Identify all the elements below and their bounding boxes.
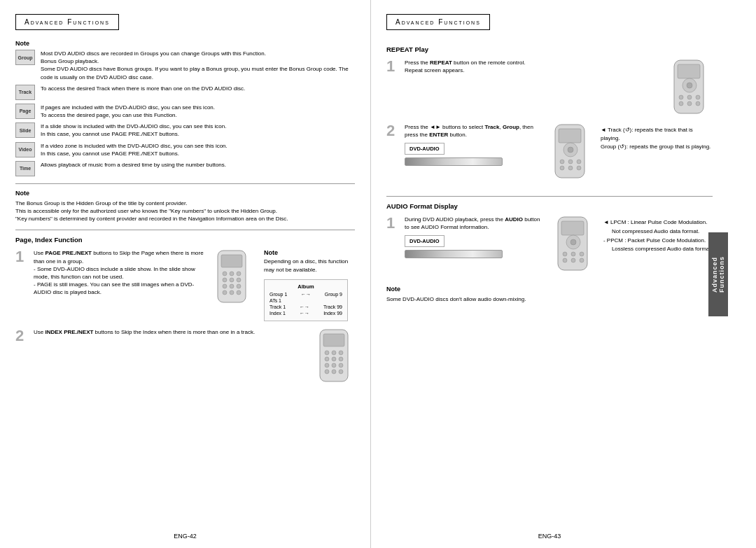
icon-row-page: Page If pages are included with the DVD-…: [15, 104, 355, 119]
svg-point-10: [237, 284, 241, 288]
group-icon-text: Most DVD AUDIO discs are recorded in Gro…: [41, 50, 355, 81]
svg-point-16: [325, 351, 329, 355]
note-label-3: Note: [264, 249, 355, 256]
remote-image-step1: [211, 249, 253, 304]
step1-content: Use PAGE PRE./NEXT buttons to Skip the P…: [34, 249, 205, 296]
audio-note-text: Some DVD-AUDIO discs don't allow audio d…: [386, 295, 713, 303]
svg-point-5: [223, 278, 227, 282]
svg-point-47: [577, 166, 581, 170]
svg-point-27: [339, 370, 343, 374]
repeat-step1: 1 Press the REPEAT button on the remote …: [386, 59, 713, 116]
svg-point-44: [577, 160, 581, 164]
repeat-bullet2: Group (↺): repeats the group that is pla…: [601, 143, 713, 151]
right-page-number: ENG-43: [538, 533, 561, 540]
svg-point-4: [237, 272, 241, 276]
dvd-audio-label: DVD-AUDIO: [405, 143, 444, 155]
repeat-step2-container: 2 Press the ◄► buttons to select Track, …: [386, 123, 713, 188]
svg-point-54: [580, 252, 584, 256]
note-section-1: Note Group Most DVD AUDIO discs are reco…: [15, 40, 355, 176]
side-tab-text: AdvancedFunctions: [711, 256, 725, 293]
svg-point-13: [237, 290, 241, 295]
svg-point-7: [237, 278, 241, 282]
group-icon: Group: [15, 50, 35, 65]
side-tab: AdvancedFunctions: [708, 232, 728, 316]
svg-point-25: [325, 370, 329, 374]
page-index-heading: Page, Index Function: [15, 236, 355, 244]
repeat-bullet1: ◄ Track (↺): repeats the track that is p…: [601, 126, 713, 143]
dvd-bar: [405, 157, 503, 166]
svg-point-31: [687, 83, 692, 88]
svg-point-45: [560, 166, 564, 170]
video-icon-text: If a video zone is included with the DVD…: [41, 142, 227, 157]
audio-format-heading: AUDIO Format Display: [386, 202, 713, 210]
svg-point-11: [223, 290, 227, 295]
track-icon: Track: [15, 85, 35, 100]
repeat-step2-number: 2: [386, 123, 399, 139]
note-label-1: Note: [15, 40, 355, 47]
step2-block: 2 Use INDEX PRE./NEXT buttons to Skip th…: [15, 328, 355, 384]
audio-remote-image: [551, 216, 596, 272]
svg-point-2: [223, 272, 227, 276]
svg-point-24: [339, 363, 343, 367]
icon-row-group: Group Most DVD AUDIO discs are recorded …: [15, 50, 355, 81]
svg-point-52: [563, 252, 567, 256]
repeat-remote-image-1: [667, 59, 713, 115]
svg-point-9: [230, 284, 234, 288]
right-heading-text: Advanced Functions: [396, 18, 481, 26]
audio-note-section: Note Some DVD-AUDIO discs don't allow au…: [386, 286, 713, 303]
svg-point-53: [571, 252, 575, 256]
step1-block: 1 Use PAGE PRE./NEXT buttons to Skip the…: [15, 249, 253, 305]
svg-point-42: [560, 160, 564, 164]
time-icon-text: Allows playback of music from a desired …: [41, 161, 226, 169]
svg-point-43: [568, 160, 573, 164]
svg-point-41: [568, 147, 573, 153]
svg-point-19: [325, 357, 329, 361]
svg-rect-49: [561, 221, 584, 235]
svg-point-3: [230, 272, 234, 276]
divider-right-1: [386, 196, 713, 197]
audio-step1: 1 During DVD AUDIO playback, press the A…: [386, 216, 596, 273]
audio-note-label: Note: [386, 286, 713, 293]
page-icon-text: If pages are included with the DVD-AUDIO…: [41, 104, 215, 119]
audio-bullet-ppcm2: Lossless compressed Audio data format.: [603, 245, 713, 254]
svg-point-46: [568, 166, 573, 170]
note3-text: Depending on a disc, this function may n…: [264, 258, 355, 273]
divider-2: [15, 230, 355, 230]
audio-bullet-lpcm: ◄ LPCM : Linear Pulse Code Modulation.: [603, 218, 713, 227]
left-heading: Advanced Functions: [15, 14, 119, 30]
step2-content: Use INDEX PRE./NEXT buttons to Skip the …: [34, 328, 307, 336]
step1-row: 1 Use PAGE PRE./NEXT buttons to Skip the…: [15, 249, 355, 321]
right-page: Advanced Functions REPEAT Play 1 Press t…: [371, 0, 728, 548]
svg-point-17: [332, 351, 336, 355]
note2-text: The Bonus Group is the Hidden Group of t…: [15, 199, 355, 223]
icon-row-slide: Slide If a slide show is included with t…: [15, 122, 355, 138]
audio-format-container: 1 During DVD AUDIO playback, press the A…: [386, 216, 713, 280]
svg-point-51: [570, 239, 576, 245]
step1-number: 1: [15, 249, 28, 265]
svg-point-22: [325, 363, 329, 367]
left-heading-text: Advanced Functions: [24, 18, 110, 26]
repeat-remote-image-2: [548, 123, 594, 179]
svg-rect-15: [323, 334, 344, 346]
time-icon: Time: [15, 161, 35, 176]
svg-point-57: [580, 258, 584, 262]
right-heading: Advanced Functions: [386, 14, 490, 30]
svg-point-35: [679, 101, 683, 106]
divider-1: [15, 183, 355, 184]
repeat-step1-number: 1: [386, 59, 399, 74]
svg-point-37: [696, 101, 700, 106]
remote-image-step2: [313, 328, 355, 383]
svg-point-12: [230, 290, 234, 295]
svg-point-34: [696, 95, 700, 99]
svg-point-6: [230, 278, 234, 282]
svg-point-55: [563, 258, 567, 262]
svg-point-21: [339, 357, 343, 361]
audio-step1-number: 1: [386, 216, 399, 231]
svg-point-8: [223, 284, 227, 288]
video-icon: Video: [15, 142, 35, 157]
album-diagram: Album Group 1←→Group 9 ATs 1 Track 1←→Tr…: [264, 279, 348, 321]
svg-point-20: [332, 357, 336, 361]
repeat-step2: 2 Press the ◄► buttons to select Track, …: [386, 123, 594, 181]
repeat-step1-content: Press the REPEAT button on the remote co…: [405, 59, 662, 74]
svg-point-33: [687, 95, 692, 99]
